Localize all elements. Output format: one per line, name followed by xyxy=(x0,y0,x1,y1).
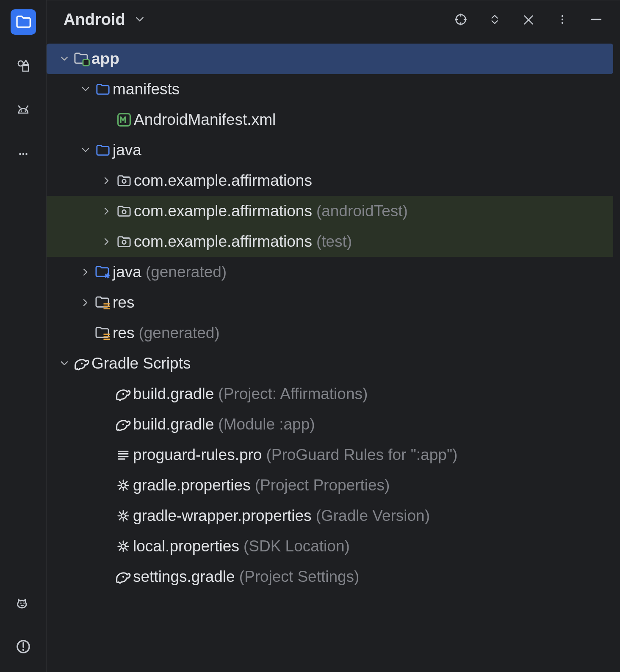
tree-row-java-gen[interactable]: java(generated) xyxy=(47,257,613,287)
tree-item-suffix: (Project Properties) xyxy=(255,476,390,494)
tree-item-label: java xyxy=(113,263,141,281)
select-opened-file-button[interactable] xyxy=(449,8,473,31)
gradle-icon xyxy=(113,386,133,402)
package-icon xyxy=(114,204,134,218)
target-icon xyxy=(454,13,468,26)
tree-row-local-props[interactable]: local.properties(SDK Location) xyxy=(47,531,613,562)
tree-item-suffix: (test) xyxy=(316,233,352,251)
gear-icon xyxy=(113,540,133,553)
panel-options-button[interactable] xyxy=(551,8,574,31)
alert-icon xyxy=(16,639,31,654)
expand-icon xyxy=(488,13,501,26)
chevron-right-icon[interactable] xyxy=(78,298,93,307)
gradle-icon xyxy=(113,568,133,585)
chevron-right-icon[interactable] xyxy=(99,176,114,185)
view-mode-selector[interactable]: Android xyxy=(64,11,125,29)
chevron-right-icon[interactable] xyxy=(99,237,114,246)
tree-item-suffix: (SDK Location) xyxy=(244,537,350,555)
android-tool-button[interactable] xyxy=(11,97,36,123)
folder-gen-blue-icon xyxy=(93,264,113,280)
kebab-icon xyxy=(556,14,568,25)
chevron-right-icon[interactable] xyxy=(99,207,114,216)
chevron-down-icon xyxy=(135,14,145,25)
folder-module-icon xyxy=(72,51,91,67)
tool-window-rail xyxy=(0,0,47,672)
minimize-icon xyxy=(590,13,603,26)
folder-res-icon xyxy=(93,325,113,341)
tree-row-res-gen[interactable]: res(generated) xyxy=(47,318,613,348)
chevron-down-icon[interactable] xyxy=(78,85,93,94)
tree-item-suffix: (generated) xyxy=(146,263,227,281)
shapes-icon xyxy=(16,59,30,73)
tree-item-label: Gradle Scripts xyxy=(91,355,191,372)
expand-collapse-button[interactable] xyxy=(483,8,507,31)
tree-row-settings-gradle[interactable]: settings.gradle(Project Settings) xyxy=(47,562,613,592)
tree-item-suffix: (ProGuard Rules for ":app") xyxy=(266,446,457,464)
tree-item-label: res xyxy=(113,294,134,311)
hide-panel-button[interactable] xyxy=(584,8,608,31)
tree-item-label: com.example.affirmations xyxy=(134,172,312,190)
tree-row-wrapper-props[interactable]: gradle-wrapper.properties(Gradle Version… xyxy=(47,501,613,531)
folder-blue-icon xyxy=(93,82,113,96)
android-icon xyxy=(16,102,31,118)
tree-row-build-mod[interactable]: build.gradle(Module :app) xyxy=(47,409,613,440)
project-panel: Android appmanifestsAndroidManifest.xmlj… xyxy=(47,0,620,672)
tree-item-suffix: (Module :app) xyxy=(218,416,315,433)
folder-icon xyxy=(15,14,31,30)
chevron-down-icon[interactable] xyxy=(78,146,93,155)
tree-item-label: java xyxy=(113,141,141,159)
tree-item-label: com.example.affirmations xyxy=(134,233,312,251)
chevron-right-icon[interactable] xyxy=(78,267,93,277)
tree-row-gradle-scripts[interactable]: Gradle Scripts xyxy=(47,348,613,379)
tree-row-manifests[interactable]: manifests xyxy=(47,74,613,105)
tree-row-pkg-androidtest[interactable]: com.example.affirmations(androidTest) xyxy=(47,196,613,226)
tree-item-label: com.example.affirmations xyxy=(134,202,312,220)
problems-tool-button[interactable] xyxy=(11,634,36,659)
tree-item-label: app xyxy=(91,50,119,68)
collapse-all-button[interactable] xyxy=(517,8,540,31)
tree-row-proguard[interactable]: proguard-rules.pro(ProGuard Rules for ":… xyxy=(47,440,613,470)
folder-res-icon xyxy=(93,295,113,311)
tree-item-label: AndroidManifest.xml xyxy=(134,111,276,129)
collapse-icon xyxy=(522,13,535,26)
structure-tool-button[interactable] xyxy=(11,53,36,79)
tree-row-gradle-props[interactable]: gradle.properties(Project Properties) xyxy=(47,470,613,501)
tree-row-pkg-test[interactable]: com.example.affirmations(test) xyxy=(47,226,613,257)
tree-item-label: res xyxy=(113,324,134,342)
project-tool-button[interactable] xyxy=(11,9,36,35)
tree-item-label: proguard-rules.pro xyxy=(133,446,262,464)
cat-icon xyxy=(16,595,31,610)
tree-item-label: settings.gradle xyxy=(133,568,235,586)
tree-item-label: build.gradle xyxy=(133,385,214,403)
tree-row-pkg-main[interactable]: com.example.affirmations xyxy=(47,165,613,196)
chevron-down-icon[interactable] xyxy=(57,54,72,63)
project-tree[interactable]: appmanifestsAndroidManifest.xmljavacom.e… xyxy=(47,39,620,592)
tree-row-build-proj[interactable]: build.gradle(Project: Affirmations) xyxy=(47,379,613,409)
package-icon xyxy=(114,174,134,188)
tree-item-suffix: (Project Settings) xyxy=(239,568,360,586)
manifest-icon xyxy=(114,113,134,127)
tree-row-app[interactable]: app xyxy=(47,44,613,74)
tree-item-label: local.properties xyxy=(133,537,239,555)
tree-item-suffix: (generated) xyxy=(138,324,219,342)
tree-item-label: gradle-wrapper.properties xyxy=(133,507,312,525)
lines-icon xyxy=(113,448,133,462)
gear-icon xyxy=(113,479,133,492)
more-tool-button[interactable] xyxy=(11,141,36,167)
tree-item-suffix: (Gradle Version) xyxy=(316,507,430,525)
tree-row-java[interactable]: java xyxy=(47,135,613,165)
tree-item-label: build.gradle xyxy=(133,416,214,433)
package-icon xyxy=(114,234,134,249)
cat-tool-button[interactable] xyxy=(11,590,36,615)
tree-item-label: manifests xyxy=(113,80,180,98)
tree-row-res[interactable]: res xyxy=(47,287,613,318)
tree-item-suffix: (androidTest) xyxy=(316,202,408,220)
chevron-down-icon[interactable] xyxy=(57,359,72,368)
gradle-icon xyxy=(113,416,133,433)
tree-row-manifest-xml[interactable]: AndroidManifest.xml xyxy=(47,105,613,135)
panel-header: Android xyxy=(47,0,620,39)
tree-item-suffix: (Project: Affirmations) xyxy=(218,385,368,403)
gear-icon xyxy=(113,509,133,523)
gradle-icon xyxy=(72,355,91,372)
folder-blue-icon xyxy=(93,143,113,157)
